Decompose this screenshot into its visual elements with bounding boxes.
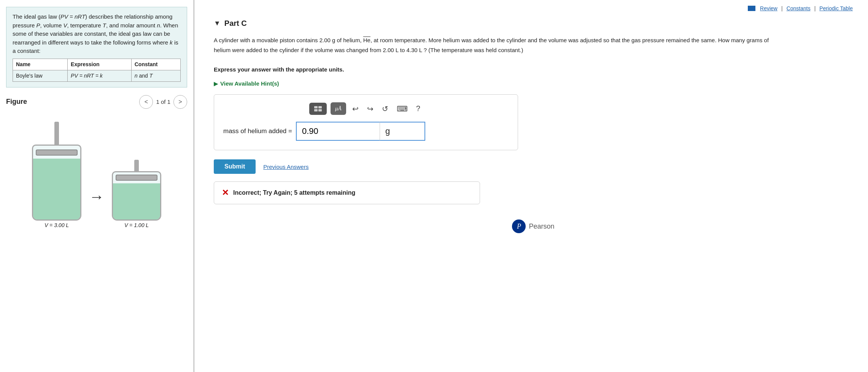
right-panel: Review | Constants | Periodic Table ▼ Pa… <box>195 0 868 372</box>
piston-rod-2 <box>134 160 139 171</box>
error-box: ✕ Incorrect; Try Again; 5 attempts remai… <box>214 181 480 204</box>
svg-rect-2 <box>314 109 318 111</box>
refresh-button[interactable]: ↺ <box>380 103 391 115</box>
cyl-liquid-1 <box>33 159 80 219</box>
periodic-table-link[interactable]: Periodic Table <box>819 5 853 11</box>
undo-icon: ↩ <box>352 105 359 113</box>
answer-box: μÅ ↩ ↪ ↺ ⌨ ? mass of <box>214 94 518 150</box>
left-panel: The ideal gas law (PV = nRT) describes t… <box>0 0 194 372</box>
cyl-piston-1 <box>36 149 78 156</box>
cyl-piston-2 <box>116 175 157 181</box>
error-icon: ✕ <box>222 188 229 198</box>
cyl-body-1 <box>32 145 81 221</box>
pearson-label: Pearson <box>529 223 554 231</box>
col-constant: Constant <box>131 59 180 70</box>
table-row: Boyle's law PV = nRT = k n and T <box>13 70 181 81</box>
cyl1-label: V = 3.00 L <box>45 222 69 228</box>
review-icon <box>748 6 755 11</box>
figure-nav: < 1 of 1 > <box>139 95 187 109</box>
unit-box: g <box>380 122 425 141</box>
part-header: ▼ Part C <box>214 19 853 28</box>
cyl2-label: V = 1.00 L <box>124 222 149 228</box>
col-expression: Expression <box>68 59 132 70</box>
svg-rect-1 <box>318 106 322 108</box>
review-link[interactable]: Review <box>760 5 777 11</box>
help-icon: ? <box>416 104 420 113</box>
cyl-liquid-2 <box>113 183 160 219</box>
cylinder1: V = 3.00 L <box>32 122 81 228</box>
undo-button[interactable]: ↩ <box>350 103 361 115</box>
figure-next-button[interactable]: > <box>173 95 187 109</box>
figure-title: Figure <box>6 98 27 106</box>
hint-arrow-icon: ▶ <box>214 81 218 87</box>
svg-rect-0 <box>314 106 318 108</box>
help-button[interactable]: ? <box>414 103 423 114</box>
express-instruction: Express your answer with the appropriate… <box>214 66 344 73</box>
cylinder2: V = 1.00 L <box>112 160 161 228</box>
grid-icon <box>314 106 322 112</box>
hint-label: View Available Hint(s) <box>220 80 279 87</box>
keyboard-button[interactable]: ⌨ <box>394 103 410 115</box>
intro-box: The ideal gas law (PV = nRT) describes t… <box>6 7 187 87</box>
redo-icon: ↪ <box>367 105 374 113</box>
arrow-right: → <box>89 188 104 205</box>
figure-area: V = 3.00 L → V = 1.00 L <box>6 114 187 232</box>
hint-link[interactable]: ▶ View Available Hint(s) <box>214 80 853 87</box>
gas-law-table: Name Expression Constant Boyle's law PV … <box>13 59 181 82</box>
refresh-icon: ↺ <box>382 105 388 113</box>
constants-link[interactable]: Constants <box>787 5 811 11</box>
intro-text: The ideal gas law (PV = nRT) describes t… <box>13 13 181 56</box>
sep2: | <box>814 5 816 11</box>
prev-answers-link[interactable]: Previous Answers <box>263 164 308 170</box>
pearson-logo: P <box>512 219 526 233</box>
figure-header: Figure < 1 of 1 > <box>6 95 187 109</box>
top-bar: Review | Constants | Periodic Table <box>214 0 853 15</box>
input-row: mass of helium added = g <box>223 122 509 141</box>
part-label: Part C <box>224 19 247 28</box>
answer-input[interactable] <box>296 122 380 141</box>
piston-rod-1 <box>54 122 59 145</box>
submit-row: Submit Previous Answers <box>214 159 853 174</box>
problem-text: A cylinder with a movable piston contain… <box>214 35 784 74</box>
submit-button[interactable]: Submit <box>214 159 256 174</box>
pearson-footer: P Pearson <box>214 219 853 233</box>
grid-button[interactable] <box>309 103 327 115</box>
svg-rect-3 <box>318 109 322 111</box>
col-name: Name <box>13 59 68 70</box>
collapse-arrow[interactable]: ▼ <box>214 19 221 27</box>
figure-count: 1 of 1 <box>156 99 170 105</box>
answer-toolbar: μÅ ↩ ↪ ↺ ⌨ ? <box>223 102 509 115</box>
keyboard-icon: ⌨ <box>397 105 408 113</box>
mu-button[interactable]: μÅ <box>331 102 346 115</box>
error-text: Incorrect; Try Again; 5 attempts remaini… <box>233 189 355 196</box>
sep1: | <box>781 5 783 11</box>
redo-button[interactable]: ↪ <box>365 103 376 115</box>
mu-label: μÅ <box>335 105 342 112</box>
figure-prev-button[interactable]: < <box>139 95 153 109</box>
cyl-body-2 <box>112 171 161 221</box>
answer-label: mass of helium added = <box>223 127 292 135</box>
